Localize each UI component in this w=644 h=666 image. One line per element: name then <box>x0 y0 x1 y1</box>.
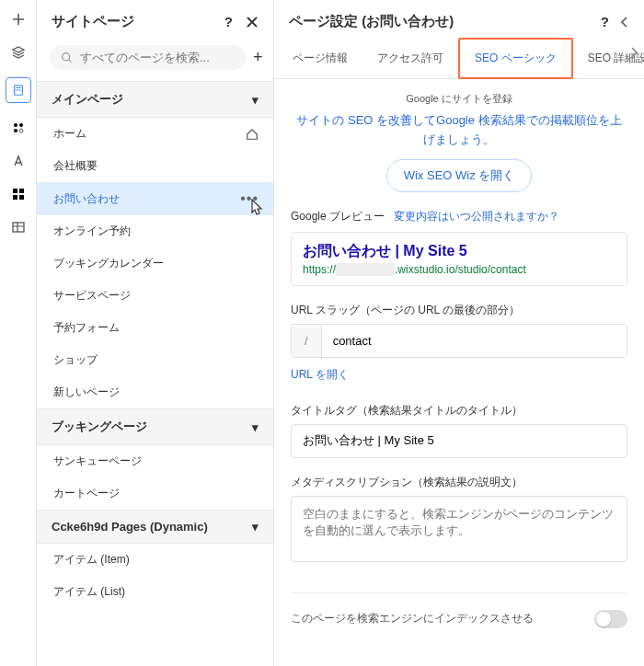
open-url-link[interactable]: URL を開く <box>291 367 627 383</box>
improve-text: サイトの SEO を改善してGoogle 検索結果での掲載順位を上げましょう。 <box>291 111 627 150</box>
tab-1[interactable]: アクセス許可 <box>362 40 458 77</box>
svg-point-1 <box>14 123 17 127</box>
section-header[interactable]: Ccke6h9d Pages (Dynamic)▾ <box>37 510 273 544</box>
pages-panel: サイトページ ? + メインページ▾ホーム会社概要お問い合わせ•••オンライン予… <box>37 0 274 666</box>
svg-rect-9 <box>13 223 24 232</box>
page-item[interactable]: ホーム <box>37 118 273 150</box>
meta-label: メタディスクリプション（検索結果の説明文） <box>291 475 627 490</box>
google-preview: お問い合わせ | My Site 5 https://xxxx.wixstudi… <box>291 232 627 286</box>
slug-prefix: / <box>292 325 322 357</box>
settings-tabs: ページ情報アクセス許可SEO ベーシックSEO 詳細設定 <box>274 38 644 79</box>
meta-input[interactable] <box>291 496 627 562</box>
tab-3[interactable]: SEO 詳細設定 <box>573 40 644 77</box>
slug-field: / <box>291 324 627 358</box>
search-input[interactable] <box>80 51 235 64</box>
titletag-input[interactable] <box>291 424 627 458</box>
page-item[interactable]: ブッキングカレンダー <box>37 247 273 280</box>
index-toggle[interactable] <box>594 610 627 628</box>
titletag-label: タイトルタグ（検索結果タイトルのタイトル） <box>291 403 627 419</box>
preview-help-link[interactable]: 変更内容はいつ公開されますか？ <box>394 210 559 223</box>
page-item[interactable]: 新しいページ <box>37 376 273 408</box>
svg-rect-5 <box>13 189 17 193</box>
svg-point-10 <box>63 53 70 61</box>
page-item[interactable]: アイテム (Item) <box>37 544 273 576</box>
help-icon[interactable]: ? <box>224 14 233 29</box>
preview-title: お問い合わせ | My Site 5 <box>303 242 615 261</box>
settings-panel: ページ設定 (お問い合わせ) ? ページ情報アクセス許可SEO ベーシックSEO… <box>274 0 644 666</box>
chevron-left-icon[interactable] <box>620 17 629 28</box>
page-item[interactable]: 予約フォーム <box>37 312 273 344</box>
settings-title: ページ設定 (お問い合わせ) <box>289 13 454 30</box>
pages-icon[interactable] <box>6 77 31 103</box>
page-item[interactable]: 会社概要 <box>37 150 273 182</box>
help-icon[interactable]: ? <box>601 14 609 29</box>
page-item[interactable]: お問い合わせ••• <box>37 182 273 215</box>
section-header[interactable]: ブッキングページ▾ <box>37 408 273 445</box>
svg-rect-7 <box>13 195 17 200</box>
preview-url: https://xxxx.wixstudio.io/studio/contact <box>303 263 615 276</box>
apps-icon[interactable] <box>10 120 27 136</box>
tabs-scroll-right[interactable] <box>629 47 638 58</box>
pages-title: サイトページ <box>52 13 134 30</box>
svg-point-3 <box>14 129 17 132</box>
tab-0[interactable]: ページ情報 <box>278 40 362 77</box>
page-item[interactable]: オンライン予約 <box>37 215 273 247</box>
section-header[interactable]: メインページ▾ <box>37 81 273 118</box>
tab-2[interactable]: SEO ベーシック <box>458 38 573 79</box>
index-label: このページを検索エンジンにインデックスさせる <box>291 611 534 626</box>
layers-icon[interactable] <box>10 44 27 61</box>
search-input-wrap[interactable] <box>50 45 246 70</box>
svg-point-2 <box>19 123 23 127</box>
text-icon[interactable] <box>10 153 27 169</box>
page-item[interactable]: サンキューページ <box>37 445 273 477</box>
svg-point-4 <box>19 129 23 132</box>
add-icon[interactable] <box>10 11 27 28</box>
page-item[interactable]: アイテム (List) <box>37 576 273 608</box>
slug-input[interactable] <box>322 325 627 357</box>
page-item[interactable]: ショップ <box>37 344 273 376</box>
close-icon[interactable] <box>246 16 259 29</box>
svg-rect-8 <box>19 195 24 200</box>
grid-icon[interactable] <box>10 186 27 202</box>
page-item[interactable]: カートページ <box>37 477 273 510</box>
preview-label: Google プレビュー <box>291 210 385 223</box>
slug-label: URL スラッグ（ページの URL の最後の部分） <box>291 303 627 318</box>
chevron-down-icon: ▾ <box>252 420 259 434</box>
home-icon <box>246 128 259 141</box>
chevron-down-icon: ▾ <box>252 520 259 534</box>
svg-rect-6 <box>19 189 24 193</box>
add-page-button[interactable]: + <box>253 48 263 67</box>
register-text: Google にサイトを登録 <box>291 92 627 106</box>
seo-wiz-button[interactable]: Wix SEO Wiz を開く <box>386 159 533 192</box>
chevron-down-icon: ▾ <box>252 93 259 107</box>
page-item[interactable]: サービスページ <box>37 280 273 312</box>
search-icon <box>61 52 73 63</box>
data-icon[interactable] <box>10 219 27 235</box>
more-icon[interactable]: ••• <box>240 190 259 207</box>
